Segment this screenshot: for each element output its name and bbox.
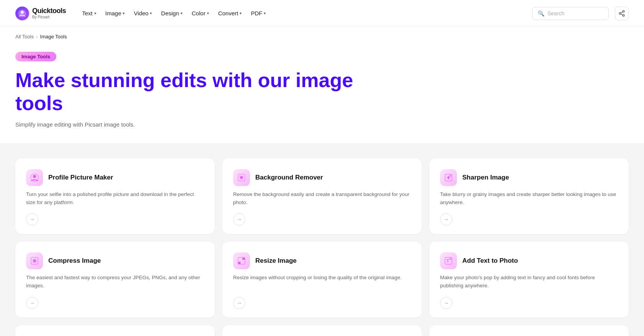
tool-header: Background Remover — [233, 169, 411, 186]
tool-card-png-to-svg[interactable]: PNG PNG to SVG Convert your PNG images i… — [15, 325, 215, 336]
tool-title: Resize Image — [255, 257, 297, 265]
nav-item-pdf[interactable]: PDF ▾ — [247, 8, 269, 19]
tool-header: T Add Text to Photo — [440, 252, 618, 269]
chevron-down-icon: ▾ — [264, 11, 266, 15]
arrow-icon: → — [233, 213, 245, 226]
tool-desc: Take blurry or grainy images and create … — [440, 191, 618, 207]
chevron-down-icon: ▾ — [94, 11, 96, 15]
tool-icon-wrap: T — [440, 252, 457, 269]
svg-text:T: T — [447, 259, 449, 263]
chevron-down-icon: ▾ — [240, 11, 242, 15]
tools-grid: Profile Picture Maker Turn your selfie i… — [15, 158, 629, 336]
arrow-icon: → — [26, 213, 38, 226]
search-box[interactable]: 🔍 Search — [532, 7, 609, 20]
logo-name: Quicktools — [32, 7, 66, 15]
svg-line-5 — [621, 14, 623, 15]
arrow-icon: → — [440, 213, 452, 226]
breadcrumb: All Tools › Image Tools — [0, 27, 644, 44]
tool-desc: The easiest and fastest way to compress … — [26, 274, 204, 290]
logo-sub: By Picsart — [32, 15, 66, 19]
resize-image-icon — [237, 256, 246, 265]
hero-section: Image Tools Make stunning edits with our… — [0, 44, 644, 143]
tool-header: Profile Picture Maker — [26, 169, 204, 186]
chevron-down-icon: ▾ — [123, 11, 125, 15]
tool-icon-wrap — [233, 169, 250, 186]
tool-desc: Make your photo's pop by adding text in … — [440, 274, 618, 290]
breadcrumb-all-tools[interactable]: All Tools — [15, 34, 34, 40]
tool-icon-wrap — [233, 252, 250, 269]
background-remover-icon — [237, 173, 246, 182]
tool-icon-wrap — [26, 252, 43, 269]
svg-point-12 — [449, 175, 452, 177]
tool-desc: Resize images without cropping or losing… — [233, 274, 411, 290]
tool-card-profile-picture-maker[interactable]: Profile Picture Maker Turn your selfie i… — [15, 158, 215, 234]
tool-icon-wrap — [440, 169, 457, 186]
tool-header: Sharpen Image — [440, 169, 618, 186]
nav-item-design[interactable]: Design ▾ — [157, 8, 186, 19]
navbar-left: Quicktools By Picsart Text ▾ Image ▾ Vid… — [15, 7, 269, 20]
hero-badge: Image Tools — [15, 52, 56, 61]
share-button[interactable] — [615, 7, 629, 20]
svg-line-6 — [621, 12, 623, 13]
arrow-icon: → — [26, 297, 38, 309]
logo-icon — [15, 7, 29, 20]
nav-items: Text ▾ Image ▾ Video ▾ Design ▾ Color ▾ … — [78, 8, 269, 19]
tool-title: Background Remover — [255, 174, 323, 181]
breadcrumb-current: Image Tools — [40, 34, 67, 40]
sharpen-image-icon — [444, 173, 453, 182]
arrow-icon: → — [440, 297, 452, 309]
tool-title: Profile Picture Maker — [48, 174, 113, 181]
tool-desc: Turn your selfie into a polished profile… — [26, 191, 204, 207]
nav-item-color[interactable]: Color ▾ — [188, 8, 213, 19]
navbar: Quicktools By Picsart Text ▾ Image ▾ Vid… — [0, 0, 644, 27]
tool-title: Sharpen Image — [462, 174, 509, 181]
svg-point-17 — [449, 258, 452, 260]
profile-picture-icon — [30, 173, 39, 182]
logo[interactable]: Quicktools By Picsart — [15, 7, 66, 20]
nav-item-convert[interactable]: Convert ▾ — [214, 8, 246, 19]
tool-card-jpg-to-png[interactable]: JPG JPG to PNG This online JPG to PNG Co… — [429, 325, 629, 336]
tool-card-background-remover[interactable]: Background Remover Remove the background… — [222, 158, 422, 234]
svg-point-1 — [21, 11, 24, 14]
nav-item-image[interactable]: Image ▾ — [102, 8, 129, 19]
tool-card-resize-image[interactable]: Resize Image Resize images without cropp… — [222, 242, 422, 318]
add-text-to-photo-icon: T — [444, 256, 453, 265]
tool-title: Compress Image — [48, 257, 101, 265]
tool-card-add-text-to-photo[interactable]: T Add Text to Photo Make your photo's po… — [429, 242, 629, 318]
tool-header: Resize Image — [233, 252, 411, 269]
tool-card-heic-to-jpg[interactable]: HEIC HEIC to JPG Convert HEIC photos to … — [222, 325, 422, 336]
breadcrumb-separator: › — [36, 34, 38, 40]
hero-subtitle: Simplify image editing with Picsart imag… — [15, 121, 629, 128]
svg-point-10 — [240, 176, 243, 179]
tool-title: Add Text to Photo — [462, 257, 518, 265]
compress-image-icon — [30, 256, 39, 265]
tool-card-sharpen-image[interactable]: Sharpen Image Take blurry or grainy imag… — [429, 158, 629, 234]
tool-header: Compress Image — [26, 252, 204, 269]
search-placeholder: Search — [547, 10, 564, 16]
chevron-down-icon: ▾ — [181, 11, 182, 15]
arrow-icon: → — [233, 297, 245, 309]
logo-text: Quicktools By Picsart — [32, 7, 66, 19]
tool-card-compress-image[interactable]: Compress Image The easiest and fastest w… — [15, 242, 215, 318]
tool-icon-wrap — [26, 169, 43, 186]
tool-desc: Remove the background easily and create … — [233, 191, 411, 207]
navbar-right: 🔍 Search — [532, 7, 629, 20]
svg-point-7 — [33, 175, 36, 178]
search-icon: 🔍 — [538, 10, 544, 16]
nav-item-text[interactable]: Text ▾ — [78, 8, 100, 19]
hero-title: Make stunning edits with our image tools — [15, 69, 360, 115]
nav-item-video[interactable]: Video ▾ — [130, 8, 156, 19]
chevron-down-icon: ▾ — [150, 11, 152, 15]
tools-section: Profile Picture Maker Turn your selfie i… — [0, 143, 644, 336]
chevron-down-icon: ▾ — [207, 11, 209, 15]
